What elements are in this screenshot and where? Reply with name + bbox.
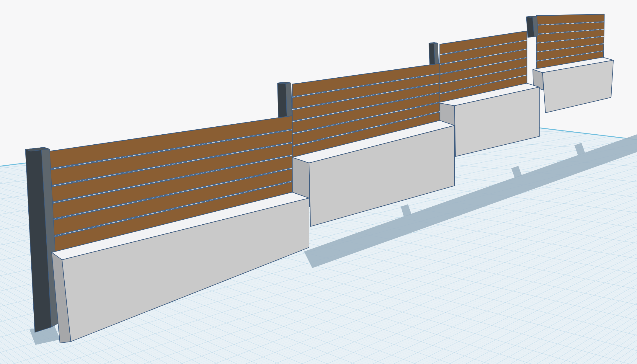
fence-post [429, 43, 439, 67]
viewport-3d [0, 0, 637, 364]
fence-post [526, 16, 538, 37]
post-front-face [277, 82, 287, 117]
fence-post [277, 82, 292, 117]
post-side-face [286, 82, 292, 117]
